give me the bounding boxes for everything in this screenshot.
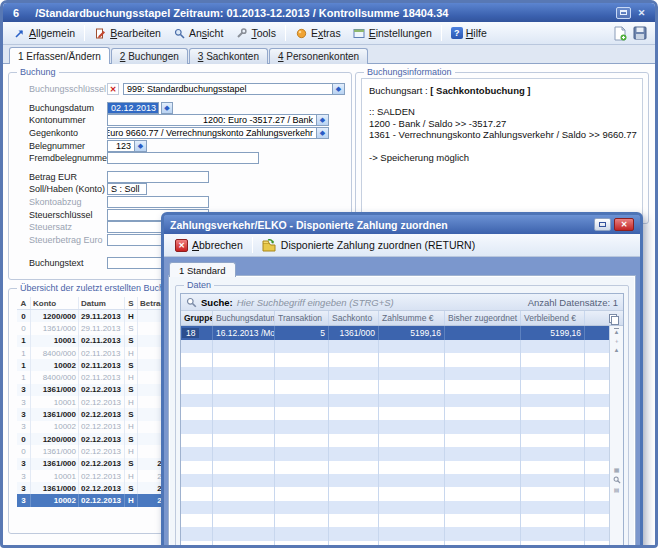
toolbar-separator — [252, 237, 253, 253]
zuordnen-button[interactable]: Disponierte Zahlung zuordnen (RETURN) — [256, 237, 481, 254]
sollhaben-field[interactable]: S : Soll — [107, 183, 147, 195]
label-gegenkonto: Gegenkonto — [9, 128, 107, 138]
menu-hilfe[interactable]: ? Hilfe — [445, 25, 493, 41]
close-icon[interactable]: ✕ — [634, 7, 649, 19]
magnifier-icon — [173, 27, 186, 39]
menu-bearbeiten[interactable]: Bearbeiten — [88, 25, 167, 41]
scroll-to-top-icon[interactable]: ▲ — [614, 328, 620, 335]
tabbar: 1 Erfassen/Ändern 2 Buchungen 3 Sachkont… — [3, 45, 655, 64]
group-buchung-title: Buchung — [17, 67, 59, 77]
betrag-field[interactable] — [107, 171, 209, 183]
grid-header: Gruppe Buchungsdatum Transaktion Sachkon… — [181, 311, 623, 326]
menu-allgemein[interactable]: Allgemein — [7, 25, 81, 41]
label-buchungsdatum: Buchungsdatum — [9, 103, 107, 113]
spinner-icon[interactable]: ◆ — [134, 141, 146, 151]
menubar: Allgemein Bearbeiten Ansicht Tools Extra… — [3, 22, 655, 45]
tab-sachkonten[interactable]: 3 Sachkonten — [189, 48, 268, 64]
search-icon — [186, 297, 197, 308]
label-steuersatz: Steuersatz — [9, 222, 107, 232]
record-count: Anzahl Datensätze: 1 — [528, 297, 618, 308]
payments-grid: Suche: Hier Suchbegriff eingeben (STRG+S… — [180, 293, 624, 548]
buchungsinformation-text: Buchungsart : [ Sachkontobuchung ] :: SA… — [361, 78, 643, 218]
menu-ansicht[interactable]: Ansicht — [167, 25, 229, 41]
label-buchungstext: Buchungstext — [9, 258, 107, 268]
grid-view-icon[interactable]: ▦ — [614, 467, 620, 473]
belegnummer-field[interactable]: 123 ◆ — [107, 140, 147, 152]
dropdown-icon[interactable]: ◆ — [316, 128, 328, 138]
menu-separator — [84, 25, 85, 41]
dropdown-icon[interactable]: ◆ — [316, 115, 328, 125]
main-window: 6 /Standardbuchungsstapel Zeitraum: 01.2… — [0, 0, 658, 548]
new-document-icon[interactable] — [613, 26, 627, 41]
info-line: 1361 - Verrechnungskonto Zahlungsverkehr… — [369, 129, 635, 141]
gegenkonto-combo[interactable]: 1361: Euro 9660.77 / Verrechnungskonto Z… — [107, 127, 329, 139]
search-rows-icon[interactable] — [613, 476, 621, 484]
assign-icon — [262, 239, 277, 252]
help-icon: ? — [451, 27, 463, 39]
edit-icon — [94, 27, 107, 39]
menu-einstellungen[interactable]: Einstellungen — [347, 25, 438, 41]
dropdown-icon[interactable]: ◆ — [332, 84, 344, 94]
titlebar: 6 /Standardbuchungsstapel Zeitraum: 01.2… — [3, 3, 655, 22]
search-bar[interactable]: Suche: Hier Suchbegriff eingeben (STRG+S… — [181, 294, 623, 311]
label-skontoabzug: Skontoabzug — [9, 197, 107, 207]
fremdbelegnummer-field[interactable] — [107, 152, 259, 164]
standard-tab-page: Daten Suche: Hier Suchbegriff eingeben (… — [169, 276, 635, 548]
payment-row[interactable]: 18 16.12.2013 /Mo 5 1361/000 5199,16 519… — [181, 326, 609, 340]
tab-personenkonten[interactable]: 4 Personenkonten — [269, 48, 368, 64]
plus-icon[interactable]: ＋ — [614, 338, 620, 344]
tab-erfassen-aendern[interactable]: 1 Erfassen/Ändern — [9, 47, 110, 64]
copy-icon[interactable] — [609, 314, 618, 323]
buchungsdatum-field[interactable]: 02.12.2013 — [107, 102, 159, 114]
group-info-title: Buchungsinformation — [364, 67, 455, 77]
clear-icon[interactable]: ✕ — [107, 83, 119, 95]
dialog-title: Zahlungsverkehr/ELKO - Disponierte Zahlu… — [170, 219, 448, 231]
abbrechen-button[interactable]: ✕ Abbrechen — [169, 237, 249, 254]
wrench-icon — [235, 27, 248, 39]
tab-standard[interactable]: 1 Standard — [169, 262, 236, 277]
buchungsschluessel-combo[interactable]: 999: Standardbuchungsstapel ◆ — [123, 83, 345, 95]
empty-rows — [181, 340, 609, 548]
skontoabzug-field — [107, 196, 209, 208]
menu-separator — [441, 25, 442, 41]
label-buchungsschluessel: Buchungsschlüssel — [9, 84, 107, 94]
label-belegnummer: Belegnummer — [9, 141, 107, 151]
settings-panel-icon — [353, 27, 366, 39]
close-icon[interactable]: ✕ — [614, 218, 634, 231]
rows-icon[interactable]: ▤ — [614, 487, 620, 493]
dialog-body: 1 Standard Daten Suche: Hier Suchbegriff… — [164, 257, 640, 548]
save-icon[interactable] — [633, 26, 647, 41]
label-fremdbelegnummer: Fremdbelegnummer — [9, 153, 107, 163]
label-steuerschluessel: Steuerschlüssel — [9, 210, 107, 220]
label-betrag: Betrag EUR — [9, 172, 107, 182]
menu-tools[interactable]: Tools — [229, 25, 282, 41]
group-buchungsinformation: Buchungsinformation Buchungsart : [ Sach… — [355, 72, 649, 224]
dialog-zahlungsverkehr: Zahlungsverkehr/ELKO - Disponierte Zahlu… — [161, 212, 643, 548]
search-placeholder: Hier Suchbegriff eingeben (STRG+S) — [237, 297, 394, 308]
group-daten-title: Daten — [184, 280, 214, 290]
tab-buchungen[interactable]: 2 Buchungen — [111, 48, 188, 64]
scroll-up-icon[interactable]: ▲ — [614, 347, 620, 353]
menu-extras[interactable]: Extras — [289, 25, 347, 41]
menu-separator — [285, 25, 286, 41]
info-line: 1200 - Bank / Saldo >> -3517.27 — [369, 118, 635, 130]
info-line: -> Speicherung möglich — [369, 152, 635, 164]
window-title: /Standardbuchungsstapel Zeitraum: 01.201… — [35, 7, 448, 19]
restore-icon[interactable] — [616, 7, 631, 19]
group-daten: Daten Suche: Hier Suchbegriff eingeben (… — [175, 285, 629, 548]
info-line: :: SALDEN — [369, 106, 635, 118]
label-kontonummer: Kontonummer — [9, 115, 107, 125]
cancel-icon: ✕ — [175, 239, 188, 252]
dialog-titlebar: Zahlungsverkehr/ELKO - Disponierte Zahlu… — [164, 215, 640, 234]
arrow-ne-icon — [13, 27, 26, 39]
dialog-toolbar: ✕ Abbrechen Disponierte Zahlung zuordnen… — [164, 234, 640, 257]
ball-icon — [295, 27, 308, 39]
grid-scroll-strip: ▲ ＋ ▲ ▦ ▤ — [609, 326, 623, 548]
label-steuerbetrag: Steuerbetrag Euro — [9, 235, 107, 245]
minimize-icon[interactable] — [594, 218, 611, 231]
search-label: Suche: — [201, 297, 233, 308]
tab-page: Buchung Buchungsschlüssel ✕ 999: Standar… — [3, 64, 655, 545]
info-line — [369, 141, 635, 153]
kontonummer-combo[interactable]: 1200: Euro -3517.27 / Bank ◆ — [107, 114, 329, 126]
spinner-icon[interactable]: ◆ — [161, 102, 173, 114]
